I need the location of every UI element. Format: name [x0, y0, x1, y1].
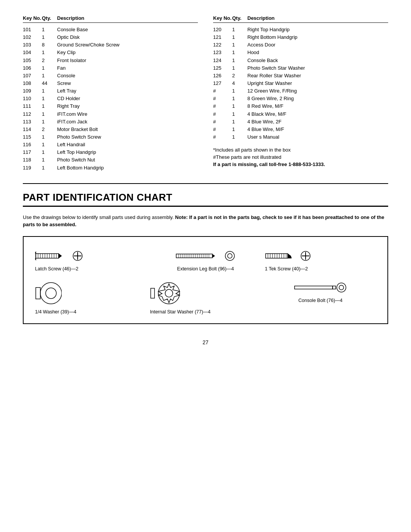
- table-row: #18 Green Wire, 2 Ring: [213, 95, 388, 102]
- extension-bolt-svg: [175, 248, 221, 264]
- svg-rect-36: [266, 254, 288, 258]
- svg-marker-10: [59, 254, 62, 258]
- latch-screw-drawing: [35, 248, 83, 264]
- table-row: #18 Red Wire, M/F: [213, 102, 388, 110]
- quarter-washer-svg: [35, 280, 62, 307]
- svg-rect-50: [36, 288, 40, 299]
- left-rows: 1011Console Base1021Optic Disk1038Ground…: [23, 26, 198, 172]
- table-row: 10844Screw: [23, 80, 198, 87]
- svg-marker-58: [333, 286, 336, 289]
- tek-screw-head-svg: [300, 251, 311, 261]
- tek-screw-item: 1 Tek Screw (40)—2: [265, 248, 376, 273]
- right-rows: 1201Right Top Handgrip1211Right Bottom H…: [213, 26, 388, 141]
- table-row: 1262Rear Roller Star Washer: [213, 72, 388, 80]
- table-row: 1038Ground Screw/Choke Screw: [23, 41, 198, 49]
- table-row: 1101CD Holder: [23, 95, 198, 102]
- right-header-desc: Description: [247, 15, 388, 21]
- quarter-washer-label: 1/4 Washer (39)—4: [35, 309, 76, 316]
- table-row: 1131iFIT.com Jack: [23, 118, 198, 126]
- right-parts-column: Key No. Qty. Description 1201Right Top H…: [213, 15, 388, 172]
- table-row: 1091Left Tray: [23, 87, 198, 95]
- table-row: 1274Upright Star Washer: [213, 80, 388, 87]
- table-row: 1142Motor Bracket Bolt: [23, 126, 198, 133]
- quarter-washer-item: 1/4 Washer (39)—4: [35, 280, 146, 316]
- parts-grid-top: Latch Screw (46)—2: [35, 248, 376, 273]
- table-row: #112 Green Wire, F/Ring: [213, 87, 388, 95]
- tek-screw-drawing: [265, 248, 311, 264]
- svg-point-51: [40, 283, 62, 304]
- table-row: #14 Black Wire, M/F: [213, 110, 388, 118]
- table-row: 1111Right Tray: [23, 102, 198, 110]
- parts-chart-box: Latch Screw (46)—2: [23, 236, 388, 324]
- table-row: 1061Fan: [23, 64, 198, 72]
- table-row: 1191Left Bottom Handgrip: [23, 164, 198, 172]
- table-row: 1071Console: [23, 72, 198, 80]
- table-row: 1201Right Top Handgrip: [213, 26, 388, 34]
- console-bolt-svg: [294, 280, 347, 295]
- notes-section: *Includes all parts shown in the box #Th…: [213, 147, 388, 167]
- star-washer-svg: [150, 280, 180, 307]
- parts-list: Key No. Qty. Description 1011Console Bas…: [23, 15, 388, 172]
- page-number: 27: [23, 339, 388, 345]
- svg-point-35: [228, 254, 232, 258]
- table-row: 1211Right Bottom Handgrip: [213, 34, 388, 41]
- left-parts-column: Key No. Qty. Description 1011Console Bas…: [23, 15, 198, 172]
- table-row: 1161Left Handrail: [23, 141, 198, 149]
- right-header-keyno: Key No.: [213, 15, 232, 21]
- table-row: 1121iFIT.com Wire: [23, 110, 198, 118]
- table-row: 1011Console Base: [23, 26, 198, 34]
- star-washer-drawing: [150, 280, 180, 307]
- svg-point-52: [46, 288, 56, 299]
- hex-nut-svg: [224, 250, 236, 262]
- section-divider: [23, 183, 388, 184]
- extension-bolt-label: Extension Leg Bolt (96)—4: [177, 266, 234, 273]
- table-row: 1151Photo Switch Screw: [23, 133, 198, 141]
- left-header-keyno: Key No.: [23, 15, 42, 21]
- svg-point-59: [337, 283, 346, 292]
- tek-screw-svg: [265, 248, 297, 264]
- console-bolt-item: Console Bolt (76)—4: [265, 280, 376, 304]
- console-bolt-label: Console Bolt (76)—4: [298, 297, 342, 304]
- quarter-washer-drawing: [35, 280, 62, 307]
- svg-point-56: [165, 289, 173, 297]
- parts-grid-bottom: 1/4 Washer (39)—4 Interna: [35, 280, 376, 316]
- left-column-header: Key No. Qty. Description: [23, 15, 198, 23]
- svg-point-34: [225, 251, 234, 260]
- console-bolt-drawing: [294, 280, 347, 295]
- table-row: 1041Key Clip: [23, 49, 198, 56]
- latch-screw-svg: [35, 248, 69, 264]
- table-row: #1User s Manual: [213, 133, 388, 141]
- svg-marker-33: [212, 254, 215, 258]
- latch-screw-head-svg: [72, 251, 83, 261]
- svg-marker-46: [288, 254, 292, 258]
- part-id-section: Part Identification Chart Use the drawin…: [23, 192, 388, 324]
- extension-bolt-drawing: [175, 248, 236, 264]
- svg-marker-11: [35, 252, 36, 260]
- star-washer-label: Internal Star Washer (77)—4: [150, 309, 210, 316]
- right-header-qty: Qty.: [232, 15, 247, 21]
- table-row: 1052Front Isolator: [23, 57, 198, 64]
- latch-screw-item: Latch Screw (46)—2: [35, 248, 146, 273]
- left-header-qty: Qty.: [42, 15, 57, 21]
- table-row: 1241Console Back: [213, 57, 388, 64]
- svg-rect-57: [295, 286, 333, 289]
- left-header-desc: Description: [57, 15, 198, 21]
- table-row: #14 Blue Wire, M/F: [213, 126, 388, 133]
- section-title: Part Identification Chart: [23, 192, 388, 207]
- table-row: 1021Optic Disk: [23, 34, 198, 41]
- svg-marker-55: [158, 284, 180, 303]
- not-illustrated-note: #These parts are not illustrated: [213, 154, 388, 160]
- latch-screw-label: Latch Screw (46)—2: [35, 266, 78, 273]
- table-row: 1231Hood: [213, 49, 388, 56]
- includes-note: *Includes all parts shown in the box: [213, 147, 388, 153]
- table-row: #14 Blue Wire, 2F: [213, 118, 388, 126]
- svg-point-60: [339, 285, 344, 290]
- table-row: 1251Photo Switch Star Washer: [213, 64, 388, 72]
- table-row: 1221Access Door: [213, 41, 388, 49]
- table-row: 1181Photo Switch Nut: [23, 156, 198, 164]
- svg-rect-53: [151, 288, 155, 298]
- extension-bolt-item: Extension Leg Bolt (96)—4: [150, 248, 261, 273]
- tek-screw-label: 1 Tek Screw (40)—2: [265, 266, 308, 273]
- missing-parts-note: If a part is missing, call toll-free 1-8…: [213, 161, 388, 167]
- section-intro: Use the drawings below to identify small…: [23, 214, 388, 228]
